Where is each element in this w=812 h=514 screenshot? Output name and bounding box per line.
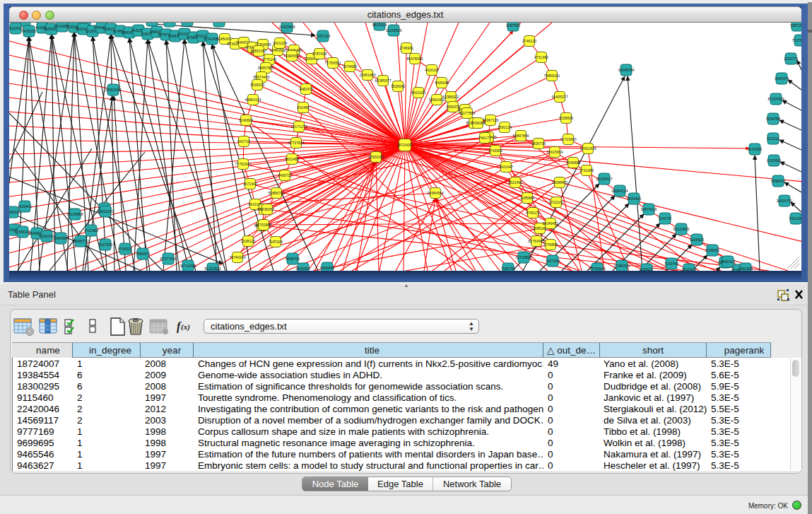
svg-text:5466889: 5466889: [320, 266, 334, 270]
svg-text:7187026: 7187026: [269, 240, 283, 244]
svg-text:1627204: 1627204: [546, 259, 560, 263]
svg-text:6658760: 6658760: [286, 257, 300, 261]
svg-text:8721489: 8721489: [84, 228, 98, 233]
svg-text:7770143: 7770143: [262, 57, 276, 62]
svg-text:13433200: 13433200: [97, 209, 113, 214]
svg-text:27111161: 27111161: [548, 200, 564, 204]
svg-text:13171274: 13171274: [290, 124, 307, 129]
svg-text:8421020: 8421020: [411, 90, 425, 95]
svg-text:81754965: 81754965: [528, 239, 544, 243]
svg-text:25135427: 25135427: [596, 177, 612, 181]
svg-text:6998543: 6998543: [771, 179, 785, 183]
svg-text:3482477: 3482477: [299, 87, 313, 91]
svg-text:1592124: 1592124: [498, 125, 512, 129]
svg-text:1429401: 1429401: [18, 204, 32, 209]
svg-text:3387262: 3387262: [790, 23, 801, 28]
svg-text:7193745: 7193745: [664, 262, 678, 266]
svg-text:56049451: 56049451: [542, 221, 558, 226]
svg-text:18724007: 18724007: [396, 143, 413, 147]
svg-text:98084124: 98084124: [611, 189, 628, 193]
svg-text:812191: 812191: [767, 136, 779, 141]
svg-text:20053346: 20053346: [105, 88, 121, 92]
svg-text:(x): (x): [181, 322, 190, 332]
svg-text:932480: 932480: [297, 105, 309, 110]
svg-text:1836736: 1836736: [531, 141, 546, 146]
svg-text:34714345: 34714345: [180, 264, 196, 268]
svg-text:62386922: 62386922: [442, 95, 459, 99]
svg-text:18300295: 18300295: [367, 155, 384, 159]
svg-text:7816184: 7816184: [212, 23, 226, 23]
svg-text:5009788: 5009788: [766, 117, 780, 121]
svg-text:9821465: 9821465: [285, 157, 299, 161]
svg-text:28098851: 28098851: [551, 180, 567, 185]
svg-text:76615654: 76615654: [546, 150, 563, 154]
svg-text:53755646: 53755646: [589, 267, 605, 271]
svg-text:8708317: 8708317: [118, 247, 132, 251]
svg-text:73178108: 73178108: [792, 38, 801, 42]
svg-text:80831367: 80831367: [250, 49, 266, 53]
svg-text:7346706: 7346706: [501, 267, 515, 271]
svg-text:8215955: 8215955: [748, 147, 762, 151]
svg-text:34624751: 34624751: [776, 199, 792, 203]
svg-text:2421024: 2421024: [273, 41, 287, 45]
svg-text:54145868: 54145868: [66, 212, 83, 216]
svg-text:36995777: 36995777: [72, 239, 88, 243]
svg-text:29946804: 29946804: [52, 236, 69, 240]
svg-text:2328120: 2328120: [241, 239, 255, 243]
svg-text:7991183: 7991183: [789, 216, 801, 221]
svg-text:71906594: 71906594: [283, 54, 300, 58]
svg-text:9636057: 9636057: [260, 207, 274, 211]
svg-text:69847896: 69847896: [512, 134, 529, 138]
svg-text:34957885: 34957885: [257, 66, 273, 70]
svg-text:2731585: 2731585: [579, 168, 594, 173]
svg-text:4316117: 4316117: [425, 68, 439, 72]
svg-text:5158506: 5158506: [559, 116, 573, 120]
svg-text:80112805: 80112805: [673, 227, 690, 231]
svg-text:7889579: 7889579: [136, 252, 150, 256]
svg-text:55698169: 55698169: [9, 210, 21, 214]
svg-text:81223623: 81223623: [204, 267, 220, 271]
svg-text:87234309: 87234309: [767, 97, 784, 101]
svg-text:9521456: 9521456: [508, 180, 522, 185]
svg-text:39502402: 39502402: [428, 98, 445, 102]
svg-text:77752047: 77752047: [235, 162, 251, 166]
svg-text:4711382: 4711382: [534, 55, 548, 59]
svg-text:9421047: 9421047: [499, 165, 513, 169]
svg-text:1326773: 1326773: [784, 57, 798, 61]
svg-text:2606474: 2606474: [775, 76, 789, 81]
svg-text:6690967: 6690967: [296, 267, 310, 271]
svg-text:87277434: 87277434: [160, 257, 176, 261]
svg-text:5240824: 5240824: [239, 118, 253, 122]
svg-text:71756551: 71756551: [324, 61, 341, 65]
svg-text:7357224: 7357224: [316, 34, 330, 38]
svg-text:1746120: 1746120: [522, 39, 536, 43]
svg-text:34874016: 34874016: [640, 207, 657, 211]
svg-text:3285884: 3285884: [520, 196, 534, 200]
svg-text:96405377: 96405377: [551, 95, 567, 99]
svg-text:1491905: 1491905: [739, 267, 753, 271]
svg-text:81177589: 81177589: [459, 111, 476, 115]
svg-text:2787429: 2787429: [312, 52, 326, 56]
svg-text:16033809: 16033809: [278, 25, 295, 29]
svg-text:7839084: 7839084: [471, 121, 485, 125]
svg-text:766177: 766177: [478, 136, 490, 140]
svg-text:4936899: 4936899: [566, 160, 580, 165]
svg-text:5674680: 5674680: [343, 64, 357, 69]
svg-text:86578091: 86578091: [406, 57, 423, 61]
svg-text:2087682: 2087682: [506, 23, 520, 28]
svg-text:31713900: 31713900: [560, 137, 576, 141]
svg-text:15451680: 15451680: [359, 73, 375, 77]
svg-text:1745961: 1745961: [399, 46, 413, 50]
svg-text:1824493: 1824493: [627, 197, 641, 201]
svg-text:6193990: 6193990: [767, 158, 781, 163]
svg-text:3529042: 3529042: [391, 84, 405, 88]
svg-text:79740344: 79740344: [229, 255, 245, 259]
svg-text:16648784: 16648784: [618, 68, 634, 72]
svg-text:67737826: 67737826: [288, 141, 304, 145]
svg-text:9743953: 9743953: [488, 148, 502, 153]
svg-text:19384554: 19384554: [427, 191, 443, 195]
svg-text:3709859: 3709859: [543, 243, 558, 247]
svg-text:19218506: 19218506: [385, 28, 401, 33]
svg-text:6475255: 6475255: [22, 29, 36, 33]
svg-text:8813014: 8813014: [372, 23, 387, 27]
